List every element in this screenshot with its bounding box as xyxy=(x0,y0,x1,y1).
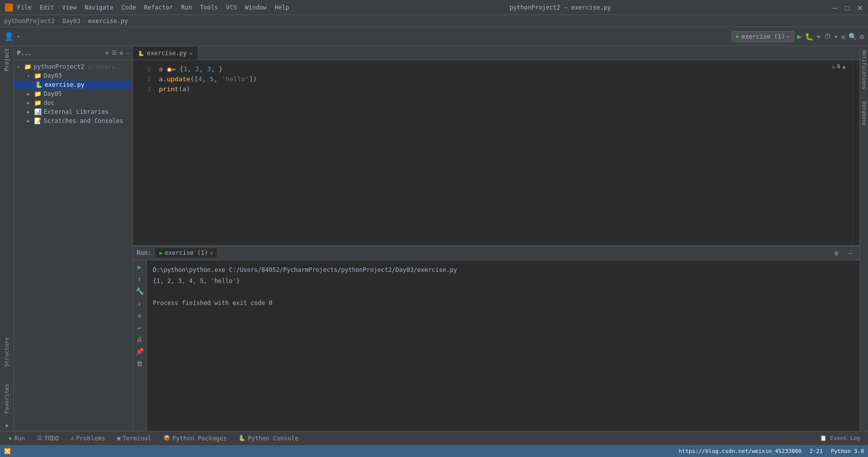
run-play-btn[interactable]: ▶ xyxy=(135,262,145,272)
menu-edit[interactable]: Edit xyxy=(40,4,54,11)
run-stop-btn[interactable]: ◼ xyxy=(135,311,145,321)
code-num1: 1 xyxy=(183,64,187,74)
bottom-tab-run[interactable]: ▶ Run xyxy=(4,433,30,443)
tree-external-libs[interactable]: ▶ 📊 External Libraries xyxy=(14,107,132,116)
tree-day05[interactable]: ▶ 📁 Day05 xyxy=(14,89,132,98)
tree-ext-name: External Libraries xyxy=(44,108,109,115)
bookmark-icon[interactable]: ★ xyxy=(5,421,9,429)
menu-tools[interactable]: Tools xyxy=(200,4,218,11)
tab-exercise-py[interactable]: 🐍 exercise.py ✕ xyxy=(133,47,198,60)
run-button[interactable]: ▶ xyxy=(797,32,802,41)
run-panel-settings-icon[interactable]: ⚙ xyxy=(831,248,841,258)
account-icon[interactable]: 👤 xyxy=(4,32,14,41)
menu-file[interactable]: File xyxy=(17,4,32,11)
event-log-btn[interactable]: 📋 Event Log xyxy=(820,435,860,441)
coverage-button[interactable]: ☂ xyxy=(816,33,820,41)
breadcrumb-file[interactable]: exercise.py xyxy=(88,18,128,25)
run-tab-icon: ▶ xyxy=(159,250,163,256)
panel-icon-settings[interactable]: ⚙ xyxy=(120,50,123,56)
code-lbrack: [ xyxy=(194,74,198,84)
tree-day03[interactable]: ▾ 📁 Day03 xyxy=(14,71,132,80)
status-python[interactable]: Python 3.8 xyxy=(831,448,864,454)
collapse-icon[interactable]: ▲ xyxy=(842,64,845,69)
bottom-tab-todo[interactable]: ☰ TODO xyxy=(32,433,64,443)
panel-icon-minimize[interactable]: — xyxy=(126,50,129,56)
terminal-tab-label: Terminal xyxy=(122,435,151,442)
minimize-button[interactable]: ─ xyxy=(831,4,838,11)
menu-help[interactable]: Help xyxy=(275,4,289,11)
close-button[interactable]: ✕ xyxy=(856,4,863,11)
debug-button[interactable]: 🐛 xyxy=(805,33,813,41)
tree-doc[interactable]: ▶ 📁 doc xyxy=(14,98,132,107)
tree-day03-name: Day03 xyxy=(44,72,62,79)
status-url[interactable]: https://blog.csdn.net/weixin_45233000 xyxy=(679,448,801,454)
problems-tab-label: Problems xyxy=(76,435,105,442)
panel-icon-collapse[interactable]: ☰ xyxy=(112,50,117,56)
folder-root-icon: 📁 xyxy=(24,63,32,70)
todo-tab-icon: ☰ xyxy=(37,435,42,441)
stop-button[interactable]: ◼ xyxy=(841,33,845,41)
code-str-hello: 'hello' xyxy=(222,74,249,84)
code-comma5: , xyxy=(214,74,222,84)
right-sidebar-notifications[interactable]: Notifications xyxy=(861,50,867,89)
run-down-btn[interactable]: ↓ xyxy=(135,298,145,309)
sidebar-project-label[interactable]: Project xyxy=(4,48,10,71)
run-tab[interactable]: ▶ exercise (1) ✕ xyxy=(155,248,217,257)
tab-close-icon[interactable]: ✕ xyxy=(189,51,192,56)
sidebar-structure-label[interactable]: Structure xyxy=(4,337,10,367)
vcs-icon: 🔀 xyxy=(4,448,11,454)
more-btn[interactable]: ▾ xyxy=(834,33,838,41)
warnings-count: 6 xyxy=(837,63,840,70)
menu-refactor[interactable]: Refactor xyxy=(144,4,173,11)
code-eq1: = xyxy=(172,64,180,74)
run-tab-close-icon[interactable]: ✕ xyxy=(210,250,213,256)
breadcrumb-day03[interactable]: Day03 xyxy=(62,18,80,25)
tree-root[interactable]: ▾ 📁 pythonProject2 C:\Users... xyxy=(14,62,132,71)
run-config-dropdown[interactable]: ▶ exercise (1) ▾ xyxy=(732,31,794,42)
event-log-icon: 📋 xyxy=(820,435,827,441)
warnings-bar: ⚠ 6 ▲ xyxy=(832,63,845,70)
run-pin-btn[interactable]: 📌 xyxy=(135,347,145,357)
event-log-label: Event Log xyxy=(830,435,860,441)
run-wrench-btn[interactable]: 🔧 xyxy=(135,286,145,296)
run-print-btn[interactable]: 🖨 xyxy=(135,335,145,345)
code-print-a: a xyxy=(182,84,186,94)
sidebar-favorites-label[interactable]: Favorites xyxy=(4,384,10,414)
code-space1 xyxy=(163,64,167,74)
status-position[interactable]: 2:21 xyxy=(809,448,823,454)
profile-button[interactable]: ⏱ xyxy=(824,33,831,41)
output-line-1: D:\python\python.exe C:/Users/84052/Pych… xyxy=(153,264,853,275)
account-chevron[interactable]: ▾ xyxy=(17,34,20,39)
run-wrap-btn[interactable]: ↵ xyxy=(135,323,145,333)
output-line-4: Process finished with exit code 0 xyxy=(153,297,853,309)
maximize-button[interactable]: □ xyxy=(844,4,850,11)
expand-doc-icon: ▶ xyxy=(27,100,32,105)
breadcrumb-project[interactable]: pythonProject2 xyxy=(4,18,55,25)
bottom-tab-terminal[interactable]: ▣ Terminal xyxy=(112,433,156,443)
project-panel-header: P... ⊕ ☰ ⚙ — xyxy=(14,46,132,60)
run-trash-btn[interactable]: 🗑 xyxy=(135,359,145,369)
status-bar: 🔀 https://blog.csdn.net/weixin_45233000 … xyxy=(0,445,868,457)
menu-window[interactable]: Window xyxy=(245,4,267,11)
menu-navigate[interactable]: Navigate xyxy=(85,4,114,11)
search-button[interactable]: 🔍 xyxy=(848,33,857,41)
bottom-tab-problems[interactable]: ⚠ Problems xyxy=(66,433,110,443)
bottom-tab-python-console[interactable]: 🐍 Python Console xyxy=(234,433,303,443)
run-up-btn[interactable]: ↑ xyxy=(135,274,145,284)
menu-run[interactable]: Run xyxy=(181,4,192,11)
menu-vcs[interactable]: VCS xyxy=(226,4,237,11)
code-content[interactable]: a ● = { 1 , 2 , 3 , } a xyxy=(155,60,852,245)
tab-bar: 🐍 exercise.py ✕ xyxy=(133,46,859,60)
panel-title: P... xyxy=(17,50,102,57)
run-panel-minimize-icon[interactable]: — xyxy=(845,248,855,258)
menu-code[interactable]: Code xyxy=(122,4,136,11)
tree-scratches[interactable]: ▶ 📝 Scratches and Consoles xyxy=(14,116,132,125)
tree-exercise-py[interactable]: 🐍 exercise.py xyxy=(14,80,132,89)
bottom-tab-python-packages[interactable]: 📦 Python Packages xyxy=(158,433,232,443)
scratches-icon: 📝 xyxy=(34,117,42,124)
menu-view[interactable]: View xyxy=(62,4,77,11)
settings-button[interactable]: ⚙ xyxy=(860,33,864,41)
panel-icon-external[interactable]: ⊕ xyxy=(105,50,109,56)
run-tab-name: exercise (1) xyxy=(165,249,208,256)
right-sidebar-database[interactable]: Database xyxy=(861,101,867,125)
